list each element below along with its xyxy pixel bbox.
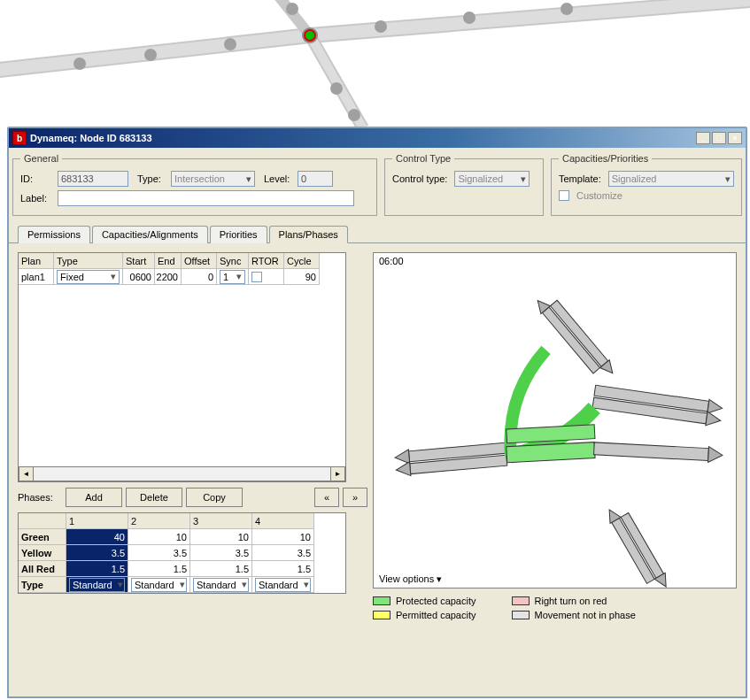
tabstrip: Permissions Capacities/Alignments Priori… [9, 225, 746, 243]
phase-col-2[interactable]: 2 [128, 513, 190, 529]
chevron-down-icon: ▾ [434, 573, 442, 584]
window-title: Dynameq: Node ID 683133 [30, 133, 152, 143]
delete-phase-button[interactable]: Delete [126, 488, 182, 507]
phases-label: Phases: [18, 492, 62, 503]
phase-diagram[interactable]: 06:00 [373, 252, 737, 588]
tab-permissions[interactable]: Permissions [18, 226, 90, 243]
permitted-swatch [373, 611, 390, 619]
general-group: General ID: Type: Intersection▾ Level: L… [12, 153, 377, 216]
type-combo[interactable]: Intersection▾ [171, 171, 255, 187]
scroll-right-button[interactable]: ► [330, 466, 345, 481]
phase-col-1[interactable]: 1 [66, 513, 128, 529]
id-label: ID: [20, 173, 54, 184]
svg-point-2 [224, 38, 236, 50]
chevron-down-icon: ▾ [231, 271, 242, 282]
control-type-group: Control Type Control type: Signalized▾ [384, 153, 544, 216]
close-button[interactable]: × [728, 132, 742, 144]
chevron-down-icon: ▾ [298, 579, 309, 590]
tab-capacities-alignments[interactable]: Capacities/Alignments [92, 226, 208, 243]
col-sync[interactable]: Sync [217, 253, 249, 269]
col-offset[interactable]: Offset [182, 253, 217, 269]
col-start[interactable]: Start [123, 253, 155, 269]
svg-point-9 [348, 109, 360, 121]
chevron-down-icon: ▾ [515, 173, 526, 185]
plan-grid-header: Plan Type Start End Offset Sync RTOR Cyc… [19, 253, 345, 269]
col-plan[interactable]: Plan [19, 253, 54, 269]
control-type-combo[interactable]: Signalized▾ [454, 171, 530, 187]
level-field[interactable] [298, 171, 333, 187]
phase-col-4[interactable]: 4 [252, 513, 314, 529]
chevron-down-icon: ▾ [720, 173, 731, 185]
id-field[interactable] [58, 171, 128, 187]
minimize-button[interactable]: _ [696, 132, 710, 144]
customize-label: Customize [576, 190, 622, 201]
app-icon: b [12, 131, 27, 145]
template-combo[interactable]: Signalized▾ [608, 171, 734, 187]
label-field[interactable] [58, 190, 354, 206]
svg-point-10 [286, 3, 298, 15]
plan-grid-hscroll[interactable]: ◄ ► [19, 466, 345, 481]
chevron-down-icon: ▾ [105, 271, 116, 282]
control-type-label: Control type: [392, 173, 447, 184]
col-type[interactable]: Type [54, 253, 123, 269]
phase-table[interactable]: 1 2 3 4 Green 40 10 10 10 Yellow 3.5 3.5… [18, 512, 346, 594]
plan-row[interactable]: plan1 Fixed▾ 0600 2200 0 1▾ 90 [19, 269, 345, 285]
svg-rect-25 [594, 442, 709, 461]
rtor-checkbox[interactable] [251, 272, 262, 282]
svg-point-5 [375, 20, 387, 33]
chevron-down-icon: ▾ [174, 579, 185, 590]
notinphase-swatch [512, 611, 530, 619]
diagram-legend: Protected capacity Permitted capacity Ri… [373, 596, 737, 620]
col-end[interactable]: End [155, 253, 182, 269]
label-label: Label: [20, 193, 54, 204]
next-phase-button[interactable]: » [343, 488, 367, 507]
copy-phase-button[interactable]: Copy [186, 488, 243, 507]
svg-point-6 [463, 12, 476, 24]
svg-rect-24 [506, 425, 595, 443]
chevron-down-icon: ▾ [236, 579, 247, 590]
view-options-link[interactable]: View options ▾ [379, 573, 442, 585]
scroll-left-button[interactable]: ◄ [19, 466, 34, 481]
col-cycle[interactable]: Cycle [284, 253, 320, 269]
customize-checkbox[interactable] [559, 190, 569, 201]
diagram-time: 06:00 [379, 256, 404, 266]
add-phase-button[interactable]: Add [66, 488, 122, 507]
prev-phase-button[interactable]: « [314, 488, 339, 507]
capacities-group: Capacities/Priorities Template: Signaliz… [551, 153, 742, 216]
row-type: Type [19, 577, 66, 593]
svg-point-4 [73, 58, 86, 70]
row-allred: All Red [19, 561, 66, 577]
rtor-swatch [512, 596, 530, 605]
network-map [0, 0, 750, 133]
control-type-legend: Control Type [392, 153, 454, 164]
svg-point-8 [330, 82, 343, 95]
template-label: Template: [559, 173, 601, 184]
row-green: Green [19, 529, 66, 545]
phase-button-bar: Phases: Add Delete Copy « » [18, 488, 367, 507]
maximize-button[interactable]: □ [712, 132, 726, 144]
tab-plans-phases[interactable]: Plans/Phases [269, 226, 348, 243]
svg-point-7 [561, 3, 573, 15]
svg-marker-26 [708, 447, 723, 464]
svg-point-1 [305, 30, 315, 41]
general-legend: General [20, 153, 62, 164]
movement-diagram-svg [374, 253, 736, 588]
svg-marker-18 [706, 412, 722, 427]
chevron-down-icon: ▾ [112, 579, 123, 590]
capacities-legend: Capacities/Priorities [559, 153, 652, 164]
level-label: Level: [264, 173, 294, 184]
chevron-down-icon: ▾ [241, 173, 251, 185]
svg-marker-22 [396, 462, 411, 477]
svg-rect-23 [506, 442, 595, 463]
plan-grid[interactable]: Plan Type Start End Offset Sync RTOR Cyc… [18, 252, 346, 482]
row-yellow: Yellow [19, 545, 66, 561]
svg-point-3 [144, 49, 157, 61]
type-label: Type: [137, 173, 167, 184]
svg-marker-20 [394, 450, 409, 465]
col-rtor[interactable]: RTOR [249, 253, 284, 269]
titlebar[interactable]: b Dynameq: Node ID 683133 _ □ × [9, 128, 746, 148]
phase-col-3[interactable]: 3 [190, 513, 252, 529]
node-editor-window: b Dynameq: Node ID 683133 _ □ × General … [7, 127, 747, 698]
tab-priorities[interactable]: Priorities [210, 226, 267, 243]
protected-swatch [373, 596, 390, 605]
